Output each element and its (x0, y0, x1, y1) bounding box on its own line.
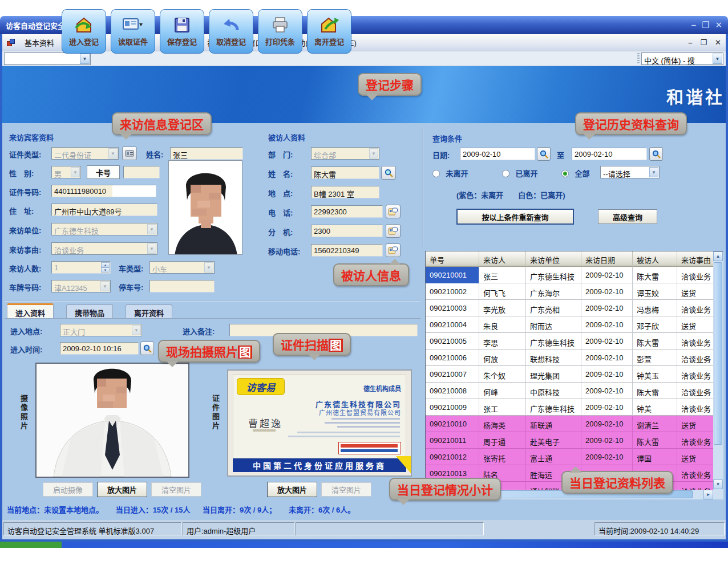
table-cell-visitor[interactable]: 李思 (479, 333, 526, 349)
table-cell-reason[interactable]: 洽谈业务 (677, 383, 714, 399)
scroll-up-icon[interactable]: ▲ (713, 251, 723, 261)
table-row[interactable]: 090210010杨海类新联通2009-02-10谢清兰送货 (426, 416, 714, 432)
table-cell-id[interactable]: 090210011 (426, 432, 479, 449)
visitor-name-field[interactable]: 张三 (170, 147, 243, 160)
language-bar[interactable]: 中文 (简体) - 搜 ▼ (641, 52, 723, 65)
date-from-field[interactable]: 2009-02-10 (460, 148, 535, 160)
table-cell-company[interactable]: 广东德生科技 (526, 333, 581, 349)
cancel-register-button[interactable]: 取消登记 (209, 9, 253, 54)
table-cell-reason[interactable]: 洽谈业务 (677, 300, 714, 316)
read-id-button[interactable]: 读取证件 (111, 9, 155, 54)
table-cell-id[interactable]: 090210002 (426, 283, 479, 300)
table-cell-visited[interactable]: 陈大雷 (633, 333, 677, 349)
close-icon[interactable]: ✕ (715, 20, 722, 30)
table-cell-company[interactable]: 广东德生科技 (526, 399, 581, 416)
date-from-picker-button[interactable] (537, 147, 551, 161)
table-cell-id[interactable]: 090210004 (426, 316, 479, 333)
table-cell-visitor[interactable]: 张三 (479, 267, 526, 283)
mdi-restore-icon[interactable]: ❐ (700, 38, 707, 47)
entry-time-field[interactable]: 2009-02-10 10:16 (60, 342, 139, 355)
radio-left[interactable]: 已离开 (502, 168, 537, 178)
date-to-field[interactable]: 2009-02-10 (572, 148, 647, 160)
table-cell-date[interactable]: 2009-02-10 (581, 449, 633, 465)
table-cell-visited[interactable]: 谭国 (633, 449, 677, 465)
table-cell-visited[interactable]: 冯惠梅 (633, 300, 677, 316)
table-cell-visited[interactable]: 谭玉姣 (633, 283, 677, 300)
table-cell-id[interactable]: 090210007 (426, 366, 479, 383)
visitor-count-stepper[interactable]: 1 ▲▼ (51, 261, 111, 274)
table-cell-date[interactable]: 2009-02-10 (581, 399, 633, 416)
enter-register-button[interactable]: 进入登记 (62, 9, 106, 54)
table-cell-visitor[interactable]: 何飞飞 (479, 283, 526, 300)
table-cell-date[interactable]: 2009-02-10 (581, 383, 633, 399)
table-cell-id[interactable]: 090210001 (426, 267, 479, 283)
chevron-down-icon[interactable]: ▼ (713, 54, 722, 64)
entry-time-picker-button[interactable] (140, 342, 154, 355)
id-type-combobox[interactable]: 二代身份证▼ (51, 147, 119, 160)
location-field[interactable]: B幢 2301 室 (311, 186, 379, 198)
table-cell-visited[interactable]: 谢清兰 (633, 416, 677, 432)
table-cell-company[interactable]: 理光集团 (526, 366, 581, 383)
table-cell-visited[interactable]: 钟美 (633, 399, 677, 416)
table-vscrollbar[interactable]: ▲ ▼ (713, 251, 723, 490)
table-cell-visitor[interactable]: 杨海类 (479, 416, 526, 432)
column-header-visited[interactable]: 被访人 (633, 251, 677, 267)
entry-place-combobox[interactable]: 正大门▼ (60, 324, 142, 336)
table-cell-company[interactable]: 广东海尔 (526, 283, 581, 300)
ext-field[interactable]: 2300 (311, 225, 383, 237)
dial-ext-button[interactable] (386, 224, 401, 238)
table-cell-reason[interactable]: 送货 (677, 416, 714, 432)
card-number-button[interactable]: 卡号 (87, 165, 120, 179)
vscroll-thumb[interactable] (714, 262, 722, 445)
table-cell-visitor[interactable]: 周于通 (479, 432, 526, 449)
radio-circle[interactable] (432, 170, 440, 177)
table-cell-reason[interactable]: 送货 (677, 316, 714, 333)
table-cell-reason[interactable]: 洽谈业务 (677, 465, 714, 482)
table-row[interactable]: 090210004朱良附而达2009-02-10邓子欣送货 (426, 316, 714, 333)
address-field[interactable]: 广州市中山大道89号 (51, 204, 157, 216)
save-register-button[interactable]: 保存登记 (160, 9, 204, 54)
chevron-down-icon[interactable]: ▼ (649, 167, 658, 177)
table-row[interactable]: 090210009张工广东德生科技2009-02-10钟美洽谈业务 (426, 399, 714, 416)
zoom-photo-button[interactable]: 放大图片 (97, 482, 147, 497)
mobile-field[interactable]: 15602210349 (311, 244, 383, 257)
leave-register-button[interactable]: 离开登记 (307, 9, 351, 54)
clear-card-button[interactable]: 清空图片 (321, 482, 371, 497)
table-row[interactable]: 090210001张三广东德生科技2009-02-10陈大雷洽谈业务 (426, 267, 714, 283)
table-cell-company[interactable]: 附而达 (526, 316, 581, 333)
date-to-picker-button[interactable] (649, 147, 663, 161)
table-cell-visited[interactable]: 陈大雷 (633, 432, 677, 449)
restore-icon[interactable]: ❐ (702, 20, 709, 30)
table-cell-id[interactable]: 090210003 (426, 300, 479, 316)
table-cell-id[interactable]: 090210008 (426, 383, 479, 399)
table-cell-reason[interactable]: 洽谈业务 (677, 399, 714, 416)
table-cell-visitor[interactable]: 何放 (479, 349, 526, 366)
table-cell-reason[interactable]: 洽谈业务 (677, 366, 714, 383)
table-cell-id[interactable]: 090210005 (426, 333, 479, 349)
table-cell-visitor[interactable]: 李光放 (479, 300, 526, 316)
mdi-minimize-icon[interactable]: – (688, 38, 692, 47)
start-camera-button[interactable]: 启动摄像 (43, 482, 93, 497)
requery-button[interactable]: 按以上条件重新查询 (456, 209, 574, 225)
table-cell-date[interactable]: 2009-02-10 (581, 366, 633, 383)
table-row[interactable]: 090210006何放联想科技2009-02-10彭萱洽谈业务 (426, 349, 714, 366)
radio-not-left[interactable]: 未离开 (432, 168, 468, 178)
table-cell-date[interactable]: 2009-02-10 (581, 316, 633, 333)
table-cell-id[interactable]: 090210009 (426, 399, 479, 416)
dial-phone-button[interactable] (386, 205, 401, 218)
table-cell-visited[interactable]: 彭萱 (633, 349, 677, 366)
tab-entry-data[interactable]: 进入资料 (7, 303, 54, 318)
radio-all[interactable]: 全部 (561, 168, 589, 178)
table-cell-id[interactable]: 090210012 (426, 449, 479, 465)
column-header-reason[interactable]: 来访事由 (677, 251, 714, 267)
table-row[interactable]: 090210003李光放广东亮相2009-02-10冯惠梅洽谈业务 (426, 300, 714, 316)
minimize-icon[interactable]: – (691, 20, 696, 30)
phone-field[interactable]: 22992300 (311, 205, 383, 218)
menu-item-basic[interactable]: 基本资料 (25, 37, 54, 48)
chevron-down-icon[interactable]: ▼ (80, 54, 90, 64)
table-cell-date[interactable]: 2009-02-10 (581, 416, 633, 432)
advanced-query-button[interactable]: 高级查询 (598, 209, 657, 224)
card-number-field[interactable] (123, 166, 160, 178)
table-cell-company[interactable]: 赴美电子 (526, 432, 581, 449)
visited-name-field[interactable]: 陈大雷 (311, 166, 379, 179)
